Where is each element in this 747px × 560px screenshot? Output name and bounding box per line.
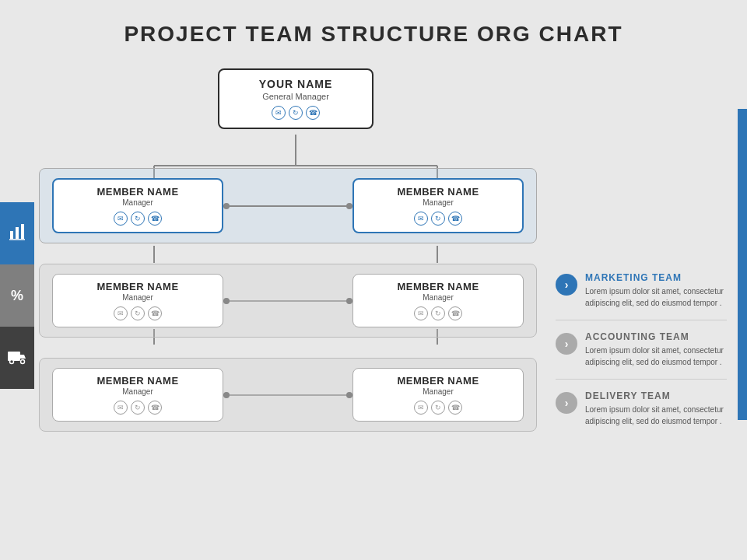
divider-2 (556, 379, 727, 380)
r1r-email-icon: ✉ (414, 212, 428, 226)
accounting-chevron: › (565, 338, 569, 350)
row1-row2-spacer (39, 243, 552, 264)
marketing-desc: Lorem ipsum dolor sit amet, consectetur … (585, 285, 727, 309)
row1-left-name: MEMBER NAME (66, 186, 209, 198)
row-1-section: MEMBER NAME Manager ✉ ↻ ☎ MEMBER NAME Ma… (39, 168, 537, 243)
row3-connector (223, 394, 352, 396)
delivery-circle: › (556, 392, 577, 414)
r2l-chat-icon: ☎ (148, 306, 162, 320)
row1-left-icons: ✉ ↻ ☎ (66, 212, 209, 226)
marketing-circle: › (556, 274, 577, 296)
top-spacer (39, 129, 552, 168)
phone-icon: ↻ (289, 106, 303, 120)
delivery-team-item: › DELIVERY TEAM Lorem ipsum dolor sit am… (556, 381, 727, 436)
delivery-text: DELIVERY TEAM Lorem ipsum dolor sit amet… (585, 390, 727, 427)
accounting-text: ACCOUNTING TEAM Lorem ipsum dolor sit am… (585, 331, 727, 368)
top-node-icons: ✉ ↻ ☎ (243, 106, 349, 120)
row2-right-name: MEMBER NAME (366, 281, 510, 292)
r1l-chat-icon: ☎ (148, 212, 162, 226)
row2-right-title: Manager (366, 293, 510, 302)
r2l-email-icon: ✉ (114, 306, 128, 320)
delivery-desc: Lorem ipsum dolor sit amet, consectetur … (585, 404, 727, 427)
delivery-team-name: DELIVERY TEAM (585, 390, 727, 401)
top-node-title: General Manager (243, 92, 349, 101)
row3-left-icons: ✉ ↻ ☎ (65, 401, 210, 415)
r2r-chat-icon: ☎ (448, 306, 462, 320)
row1-right-node[interactable]: MEMBER NAME Manager ✉ ↻ ☎ (352, 178, 524, 233)
r2r-email-icon: ✉ (414, 306, 428, 320)
row-2-section: MEMBER NAME Manager ✉ ↻ ☎ MEMBER NAME Ma… (39, 264, 537, 338)
accounting-circle: › (556, 333, 577, 355)
delivery-chevron: › (565, 397, 569, 409)
accounting-team-name: ACCOUNTING TEAM (585, 331, 727, 342)
marketing-text: MARKETING TEAM Lorem ipsum dolor sit ame… (585, 272, 727, 309)
r3r-email-icon: ✉ (414, 401, 428, 415)
r2r-phone-icon: ↻ (431, 306, 445, 320)
row1-connector (223, 205, 352, 207)
row1-right-icons: ✉ ↻ ☎ (366, 212, 510, 226)
row3-right-title: Manager (366, 387, 510, 396)
row2-row3-spacer (39, 338, 552, 358)
info-panel: › MARKETING TEAM Lorem ipsum dolor sit a… (556, 263, 727, 436)
row1-left-node[interactable]: MEMBER NAME Manager ✉ ↻ ☎ (52, 178, 223, 233)
row3-right-node[interactable]: MEMBER NAME Manager ✉ ↻ ☎ (352, 368, 524, 422)
row3-right-name: MEMBER NAME (366, 375, 510, 387)
row2-right-node[interactable]: MEMBER NAME Manager ✉ ↻ ☎ (352, 274, 524, 327)
row1-right-name: MEMBER NAME (366, 186, 510, 198)
r3l-phone-icon: ↻ (131, 401, 145, 415)
email-icon: ✉ (272, 106, 286, 120)
chat-icon: ☎ (306, 106, 320, 120)
row-3-section: MEMBER NAME Manager ✉ ↻ ☎ MEMBER NAME Ma… (39, 358, 537, 432)
r2l-phone-icon: ↻ (131, 306, 145, 320)
org-chart: YOUR NAME General Manager ✉ ↻ ☎ MEMBER N… (39, 61, 552, 432)
row2-left-title: Manager (65, 293, 210, 302)
top-node-name: YOUR NAME (243, 78, 349, 90)
top-node[interactable]: YOUR NAME General Manager ✉ ↻ ☎ (218, 68, 374, 129)
row1-left-title: Manager (66, 198, 209, 207)
row3-left-title: Manager (65, 387, 210, 396)
r1r-phone-icon: ↻ (431, 212, 445, 226)
row2-left-name: MEMBER NAME (65, 281, 210, 292)
row2-left-icons: ✉ ↻ ☎ (65, 306, 210, 320)
r1l-phone-icon: ↻ (131, 212, 145, 226)
r1l-email-icon: ✉ (114, 212, 128, 226)
accounting-desc: Lorem ipsum dolor sit amet, consectetur … (585, 345, 727, 368)
row2-connector (223, 300, 352, 302)
marketing-chevron: › (565, 278, 569, 291)
r3l-chat-icon: ☎ (148, 401, 162, 415)
row3-right-icons: ✉ ↻ ☎ (366, 401, 510, 415)
r3l-email-icon: ✉ (114, 401, 128, 415)
row1-right-title: Manager (366, 198, 510, 207)
row2-left-node[interactable]: MEMBER NAME Manager ✉ ↻ ☎ (52, 274, 223, 327)
accounting-team-item: › ACCOUNTING TEAM Lorem ipsum dolor sit … (556, 322, 727, 377)
r3r-phone-icon: ↻ (431, 401, 445, 415)
top-node-container: YOUR NAME General Manager ✉ ↻ ☎ (39, 61, 552, 129)
marketing-team-name: MARKETING TEAM (585, 272, 727, 283)
row3-left-node[interactable]: MEMBER NAME Manager ✉ ↻ ☎ (52, 368, 223, 422)
r1r-chat-icon: ☎ (448, 212, 462, 226)
page-title: PROJECT TEAM STRUCTURE ORG CHART (0, 0, 747, 61)
r3r-chat-icon: ☎ (448, 401, 462, 415)
marketing-team-item: › MARKETING TEAM Lorem ipsum dolor sit a… (556, 263, 727, 318)
row3-left-name: MEMBER NAME (65, 375, 210, 387)
row2-right-icons: ✉ ↻ ☎ (366, 306, 510, 320)
divider-1 (556, 320, 727, 320)
